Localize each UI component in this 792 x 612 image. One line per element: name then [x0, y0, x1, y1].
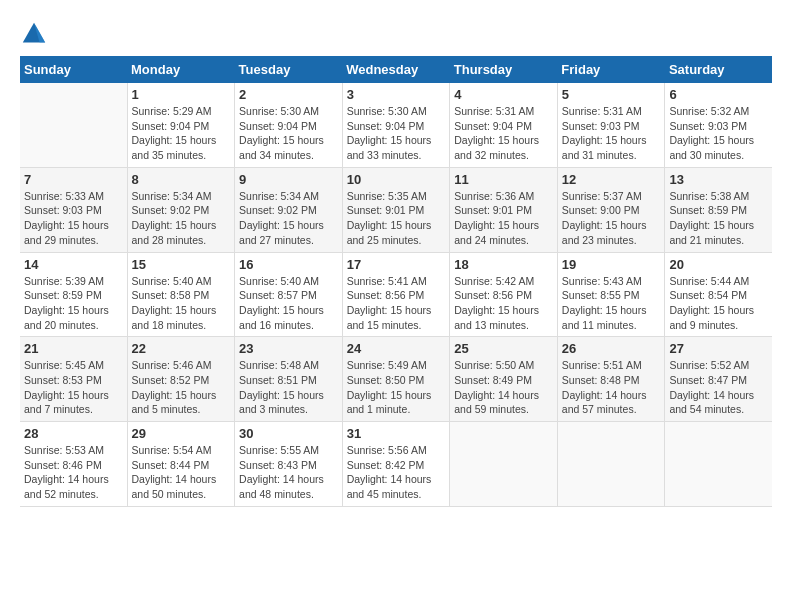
day-number: 7	[24, 172, 123, 187]
calendar-cell: 24Sunrise: 5:49 AMSunset: 8:50 PMDayligh…	[342, 337, 450, 422]
day-info: Sunrise: 5:34 AMSunset: 9:02 PMDaylight:…	[239, 189, 338, 248]
day-info: Sunrise: 5:56 AMSunset: 8:42 PMDaylight:…	[347, 443, 446, 502]
day-number: 17	[347, 257, 446, 272]
calendar-cell: 25Sunrise: 5:50 AMSunset: 8:49 PMDayligh…	[450, 337, 558, 422]
calendar-cell: 13Sunrise: 5:38 AMSunset: 8:59 PMDayligh…	[665, 167, 772, 252]
calendar-cell	[20, 83, 127, 167]
calendar-cell	[450, 422, 558, 507]
day-info: Sunrise: 5:54 AMSunset: 8:44 PMDaylight:…	[132, 443, 231, 502]
day-number: 29	[132, 426, 231, 441]
calendar-cell: 7Sunrise: 5:33 AMSunset: 9:03 PMDaylight…	[20, 167, 127, 252]
day-number: 3	[347, 87, 446, 102]
day-info: Sunrise: 5:34 AMSunset: 9:02 PMDaylight:…	[132, 189, 231, 248]
calendar-cell: 26Sunrise: 5:51 AMSunset: 8:48 PMDayligh…	[557, 337, 665, 422]
column-header-sunday: Sunday	[20, 56, 127, 83]
calendar-cell: 4Sunrise: 5:31 AMSunset: 9:04 PMDaylight…	[450, 83, 558, 167]
day-number: 26	[562, 341, 661, 356]
calendar-cell: 2Sunrise: 5:30 AMSunset: 9:04 PMDaylight…	[235, 83, 343, 167]
day-number: 25	[454, 341, 553, 356]
page-header	[20, 20, 772, 48]
day-info: Sunrise: 5:53 AMSunset: 8:46 PMDaylight:…	[24, 443, 123, 502]
column-header-wednesday: Wednesday	[342, 56, 450, 83]
day-number: 27	[669, 341, 768, 356]
calendar-cell: 29Sunrise: 5:54 AMSunset: 8:44 PMDayligh…	[127, 422, 235, 507]
day-number: 4	[454, 87, 553, 102]
day-number: 24	[347, 341, 446, 356]
calendar-cell: 10Sunrise: 5:35 AMSunset: 9:01 PMDayligh…	[342, 167, 450, 252]
calendar-table: SundayMondayTuesdayWednesdayThursdayFrid…	[20, 56, 772, 507]
day-number: 20	[669, 257, 768, 272]
day-info: Sunrise: 5:38 AMSunset: 8:59 PMDaylight:…	[669, 189, 768, 248]
day-number: 18	[454, 257, 553, 272]
day-number: 22	[132, 341, 231, 356]
day-number: 5	[562, 87, 661, 102]
day-info: Sunrise: 5:35 AMSunset: 9:01 PMDaylight:…	[347, 189, 446, 248]
calendar-cell: 14Sunrise: 5:39 AMSunset: 8:59 PMDayligh…	[20, 252, 127, 337]
day-info: Sunrise: 5:55 AMSunset: 8:43 PMDaylight:…	[239, 443, 338, 502]
calendar-cell: 22Sunrise: 5:46 AMSunset: 8:52 PMDayligh…	[127, 337, 235, 422]
calendar-cell: 20Sunrise: 5:44 AMSunset: 8:54 PMDayligh…	[665, 252, 772, 337]
day-info: Sunrise: 5:44 AMSunset: 8:54 PMDaylight:…	[669, 274, 768, 333]
day-info: Sunrise: 5:32 AMSunset: 9:03 PMDaylight:…	[669, 104, 768, 163]
day-info: Sunrise: 5:36 AMSunset: 9:01 PMDaylight:…	[454, 189, 553, 248]
day-info: Sunrise: 5:40 AMSunset: 8:57 PMDaylight:…	[239, 274, 338, 333]
day-info: Sunrise: 5:48 AMSunset: 8:51 PMDaylight:…	[239, 358, 338, 417]
day-info: Sunrise: 5:31 AMSunset: 9:03 PMDaylight:…	[562, 104, 661, 163]
calendar-cell: 1Sunrise: 5:29 AMSunset: 9:04 PMDaylight…	[127, 83, 235, 167]
day-number: 13	[669, 172, 768, 187]
day-number: 28	[24, 426, 123, 441]
calendar-cell: 21Sunrise: 5:45 AMSunset: 8:53 PMDayligh…	[20, 337, 127, 422]
day-number: 14	[24, 257, 123, 272]
logo-icon	[20, 20, 48, 48]
day-info: Sunrise: 5:40 AMSunset: 8:58 PMDaylight:…	[132, 274, 231, 333]
calendar-cell	[557, 422, 665, 507]
day-info: Sunrise: 5:37 AMSunset: 9:00 PMDaylight:…	[562, 189, 661, 248]
column-header-thursday: Thursday	[450, 56, 558, 83]
calendar-cell: 19Sunrise: 5:43 AMSunset: 8:55 PMDayligh…	[557, 252, 665, 337]
calendar-week-row: 7Sunrise: 5:33 AMSunset: 9:03 PMDaylight…	[20, 167, 772, 252]
day-number: 2	[239, 87, 338, 102]
day-info: Sunrise: 5:30 AMSunset: 9:04 PMDaylight:…	[239, 104, 338, 163]
day-info: Sunrise: 5:46 AMSunset: 8:52 PMDaylight:…	[132, 358, 231, 417]
calendar-week-row: 14Sunrise: 5:39 AMSunset: 8:59 PMDayligh…	[20, 252, 772, 337]
day-info: Sunrise: 5:30 AMSunset: 9:04 PMDaylight:…	[347, 104, 446, 163]
calendar-week-row: 21Sunrise: 5:45 AMSunset: 8:53 PMDayligh…	[20, 337, 772, 422]
calendar-cell: 9Sunrise: 5:34 AMSunset: 9:02 PMDaylight…	[235, 167, 343, 252]
day-number: 23	[239, 341, 338, 356]
day-info: Sunrise: 5:51 AMSunset: 8:48 PMDaylight:…	[562, 358, 661, 417]
day-number: 12	[562, 172, 661, 187]
day-info: Sunrise: 5:45 AMSunset: 8:53 PMDaylight:…	[24, 358, 123, 417]
calendar-header-row: SundayMondayTuesdayWednesdayThursdayFrid…	[20, 56, 772, 83]
day-info: Sunrise: 5:29 AMSunset: 9:04 PMDaylight:…	[132, 104, 231, 163]
day-info: Sunrise: 5:31 AMSunset: 9:04 PMDaylight:…	[454, 104, 553, 163]
day-info: Sunrise: 5:39 AMSunset: 8:59 PMDaylight:…	[24, 274, 123, 333]
day-info: Sunrise: 5:41 AMSunset: 8:56 PMDaylight:…	[347, 274, 446, 333]
day-info: Sunrise: 5:33 AMSunset: 9:03 PMDaylight:…	[24, 189, 123, 248]
calendar-cell: 3Sunrise: 5:30 AMSunset: 9:04 PMDaylight…	[342, 83, 450, 167]
day-info: Sunrise: 5:50 AMSunset: 8:49 PMDaylight:…	[454, 358, 553, 417]
day-number: 11	[454, 172, 553, 187]
day-number: 10	[347, 172, 446, 187]
day-number: 19	[562, 257, 661, 272]
day-info: Sunrise: 5:42 AMSunset: 8:56 PMDaylight:…	[454, 274, 553, 333]
day-number: 21	[24, 341, 123, 356]
day-number: 31	[347, 426, 446, 441]
day-number: 6	[669, 87, 768, 102]
calendar-cell: 27Sunrise: 5:52 AMSunset: 8:47 PMDayligh…	[665, 337, 772, 422]
day-info: Sunrise: 5:52 AMSunset: 8:47 PMDaylight:…	[669, 358, 768, 417]
calendar-cell: 5Sunrise: 5:31 AMSunset: 9:03 PMDaylight…	[557, 83, 665, 167]
calendar-cell: 18Sunrise: 5:42 AMSunset: 8:56 PMDayligh…	[450, 252, 558, 337]
day-number: 30	[239, 426, 338, 441]
calendar-cell: 6Sunrise: 5:32 AMSunset: 9:03 PMDaylight…	[665, 83, 772, 167]
day-number: 16	[239, 257, 338, 272]
calendar-cell: 31Sunrise: 5:56 AMSunset: 8:42 PMDayligh…	[342, 422, 450, 507]
calendar-cell: 17Sunrise: 5:41 AMSunset: 8:56 PMDayligh…	[342, 252, 450, 337]
calendar-cell: 11Sunrise: 5:36 AMSunset: 9:01 PMDayligh…	[450, 167, 558, 252]
column-header-monday: Monday	[127, 56, 235, 83]
day-info: Sunrise: 5:43 AMSunset: 8:55 PMDaylight:…	[562, 274, 661, 333]
calendar-cell: 30Sunrise: 5:55 AMSunset: 8:43 PMDayligh…	[235, 422, 343, 507]
calendar-week-row: 1Sunrise: 5:29 AMSunset: 9:04 PMDaylight…	[20, 83, 772, 167]
calendar-cell: 15Sunrise: 5:40 AMSunset: 8:58 PMDayligh…	[127, 252, 235, 337]
calendar-cell: 16Sunrise: 5:40 AMSunset: 8:57 PMDayligh…	[235, 252, 343, 337]
calendar-week-row: 28Sunrise: 5:53 AMSunset: 8:46 PMDayligh…	[20, 422, 772, 507]
